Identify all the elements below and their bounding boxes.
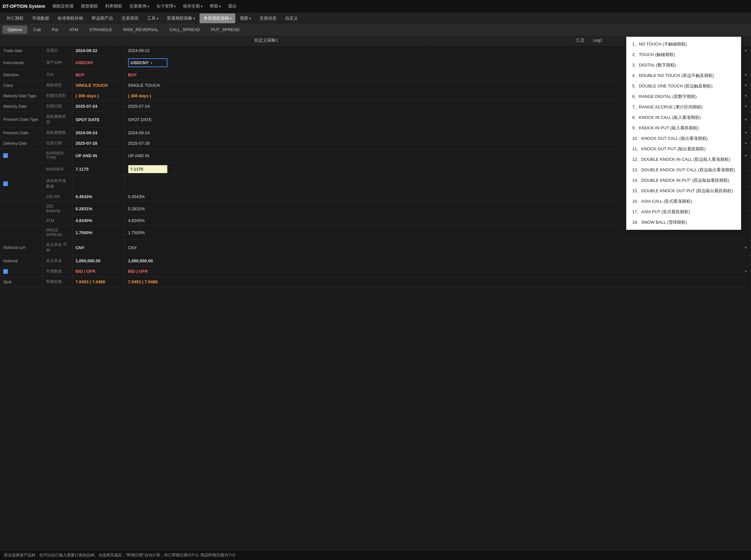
nav-standard-price[interactable]: 标准期权价格	[54, 14, 87, 23]
checkbox-barrier-type[interactable]: ✓	[3, 153, 8, 158]
tab-call[interactable]: Call	[28, 25, 45, 34]
menu-item-knock-out-put[interactable]: 11、KNOCK OUT PUT (敲出看跌期权)	[627, 144, 741, 154]
label-en-maturity-date: Maturity Date	[0, 101, 43, 112]
menu-item-knock-in-call[interactable]: 8、KNOCK IN CALL (敲入看涨期权)	[627, 112, 741, 123]
label-cn-maturity-date: 到期日期	[43, 101, 72, 112]
leg1-spot: 7.0453 | 7.0488	[124, 277, 751, 287]
menu-item-snow-ball[interactable]: 18、SNOW BALL (雪球期权)	[627, 217, 741, 227]
leg1-mkt-data[interactable]: BID | OFR ▼	[124, 266, 751, 277]
menu-item-double-ko-put[interactable]: 15、DOUBLE KNOCK OUT PUT (双边敲出看跌期权)	[627, 186, 741, 196]
nav-tools[interactable]: 工具	[143, 14, 162, 23]
nav-view[interactable]: 视图	[236, 14, 255, 23]
label-cn-premium-type: 期权费限类型	[43, 112, 72, 128]
label-en-notional-curr: Notional curr	[0, 240, 43, 256]
label-cn-barrier-type: BARRIER TYPE	[43, 149, 72, 163]
second-nav: 外汇期权 市场数据 标准期权价格 即远期产品 交易系统 工具 普通期权策略 奇异…	[0, 13, 751, 24]
dropdown-arrow-icon: ▼	[744, 154, 747, 158]
summary-maturity-type: ( 306 days )	[72, 91, 124, 101]
menu-item-knock-out-call[interactable]: 10、KNOCK OUT CALL (敲出看涨期权)	[627, 133, 741, 144]
barrier-input[interactable]: 7.1175	[128, 165, 168, 173]
dropdown-arrow-icon: ▼	[744, 141, 747, 145]
menu-item-double-ki-put[interactable]: 14、DOUBLE KNOCK IN PUT' (双边敲如看跌期权)	[627, 175, 741, 186]
dropdown-arrow-icon: ▼	[150, 61, 153, 65]
top-nav: DT-OPTION System 期权定价器 期货期权 利率期权 交易查询 头寸…	[0, 0, 751, 13]
nav-spot-fwd[interactable]: 即远期产品	[88, 14, 117, 23]
label-cn-notional-curr: 名义本金 币种	[43, 240, 72, 256]
summary-premium-type: SPOT DATE	[72, 112, 124, 128]
label-en-spot: Spot	[0, 277, 43, 287]
nav-custom[interactable]: 自定义	[281, 14, 302, 23]
menu-item-knock-in-put[interactable]: 9、KNOCK IN PUT (敲入看跌期权)	[627, 123, 741, 133]
nav-fx-options[interactable]: 外汇期权	[3, 14, 27, 23]
nav-vanilla-strategy[interactable]: 普通期权策略	[163, 14, 199, 23]
summary-vol-market	[72, 176, 124, 192]
checkbox-vol-market[interactable]: ✓	[3, 181, 8, 186]
label-en-25drr	[0, 192, 43, 202]
label-en-25dfly	[0, 202, 43, 216]
summary-25dfly: 0.2831%	[72, 202, 124, 216]
table-row: Notional curr 名义本金 币种 CNY CNY ▼	[0, 240, 751, 256]
checkbox-mkt-data[interactable]: ✓	[3, 269, 8, 274]
exotic-options-dropdown: 1、NO TOUCH (不触碰期权) 2、TOUCH (触碰期权) 3、DIGI…	[626, 37, 742, 230]
top-nav-futures[interactable]: 期货期权	[78, 1, 101, 11]
label-cn-notional: 名义本金	[43, 256, 72, 266]
menu-item-asia-call[interactable]: 16、ASIA CALL (亚式看涨期权)	[627, 196, 741, 207]
label-cn-class: 期权类型	[43, 80, 72, 91]
top-nav-exit[interactable]: 退出	[225, 1, 240, 11]
label-en-atm	[0, 216, 43, 226]
nav-market-data[interactable]: 市场数据	[28, 14, 53, 23]
tab-call-spread[interactable]: CALL_SPREAD	[165, 25, 205, 34]
label-en-maturity-type: Maturity Date Type	[0, 91, 43, 101]
nav-trading-system[interactable]: 交易系统	[118, 14, 142, 23]
tab-options[interactable]: Options	[3, 25, 27, 34]
dropdown-arrow-icon: ▼	[744, 246, 747, 249]
tab-atm[interactable]: ATM	[64, 25, 83, 34]
label-en-vol-market: ✓	[0, 176, 43, 192]
label-en-trade-date: Trade date	[0, 45, 43, 56]
top-nav-save[interactable]: 保存交易	[179, 1, 206, 11]
label-cn-instruments: 资产品种	[43, 56, 72, 70]
summary-trade-date-val: 2024-09-22	[76, 48, 121, 53]
table-row: Spot 即期价格 7.0453 | 7.0488 7.0453 | 7.048…	[0, 277, 751, 287]
label-en-notional: Notional	[0, 256, 43, 266]
summary-maturity-date: 2025-07-24	[72, 101, 124, 112]
menu-item-double-ko-call[interactable]: 13、DOUBLE KNOCK OUT CALL (双边敲出看涨期权)	[627, 165, 741, 175]
menu-item-double-ki-call[interactable]: 12、DOUBLE KNOCK IN CALL (双边敲入看涨期权)	[627, 154, 741, 165]
menu-item-double-no-touch[interactable]: 4、DOUBLE NO TOUCH (双边不触及期权)	[627, 71, 741, 81]
menu-item-asia-put[interactable]: 17、ASIA PUT (亚式看跌期权)	[627, 207, 741, 217]
top-nav-query[interactable]: 交易查询	[126, 1, 152, 11]
summary-barrier: 7.1175	[72, 163, 124, 176]
summary-instruments: USDCNY	[72, 56, 124, 70]
dropdown-arrow-icon: ▼	[744, 94, 747, 98]
menu-item-range-accrue[interactable]: 7、RANGE ACCRUE (累计区间期权)	[627, 102, 741, 112]
tab-put-spread[interactable]: PUT_SPREAD	[206, 25, 245, 34]
tab-strangle[interactable]: STRANGLE	[84, 25, 117, 34]
leg1-notional-curr[interactable]: CNY ▼	[124, 240, 751, 256]
header-leg1-label: Leg1	[593, 38, 602, 43]
summary-direction: BUY	[72, 70, 124, 80]
nav-trade-info[interactable]: 交易信息	[255, 14, 281, 23]
dropdown-arrow-icon: ▼	[744, 104, 747, 108]
label-en-barrier-type: ✓	[0, 149, 43, 163]
status-text: 双击选择资产品种，也可以自己输入需要计算的品种。当选择完成后，"即期日期"自动计…	[4, 553, 235, 557]
tab-risk-reversal[interactable]: RISK_REVERSAL	[118, 25, 163, 34]
top-nav-position[interactable]: 头寸管理	[153, 1, 179, 11]
menu-item-digital[interactable]: 3、DIGITAL (数字期权)	[627, 60, 741, 71]
label-en-class: Class	[0, 80, 43, 91]
top-nav-pricing[interactable]: 期权定价器	[49, 1, 77, 11]
tab-put[interactable]: Put	[47, 25, 63, 34]
menu-item-no-touch[interactable]: 1、NO TOUCH (不触碰期权)	[627, 39, 741, 49]
menu-item-range-digital[interactable]: 6、RANGE DIGITAL (双数字期权)	[627, 92, 741, 102]
menu-item-touch[interactable]: 2、TOUCH (触碰期权)	[627, 49, 741, 60]
label-cn-vol-market: 波动率市场数据	[43, 176, 72, 192]
label-cn-maturity-type: 到期日类型	[43, 91, 72, 101]
menu-item-double-one-touch[interactable]: 5、DOUBLE ONE TOUCH (双边触及期权)	[627, 81, 741, 92]
summary-premium-date: 2024-09-24	[72, 128, 124, 138]
summary-delivery-date: 2025-07-28	[72, 138, 124, 149]
dropdown-arrow-icon: ▼	[744, 269, 747, 273]
summary-atm: 4.8340%	[72, 216, 124, 226]
nav-exotic-strategy[interactable]: 奇异期权策略	[199, 14, 236, 23]
top-nav-help[interactable]: 帮助	[207, 1, 224, 11]
top-nav-rate[interactable]: 利率期权	[102, 1, 126, 11]
summary-spot: 7.0453 | 7.0488	[72, 277, 124, 287]
